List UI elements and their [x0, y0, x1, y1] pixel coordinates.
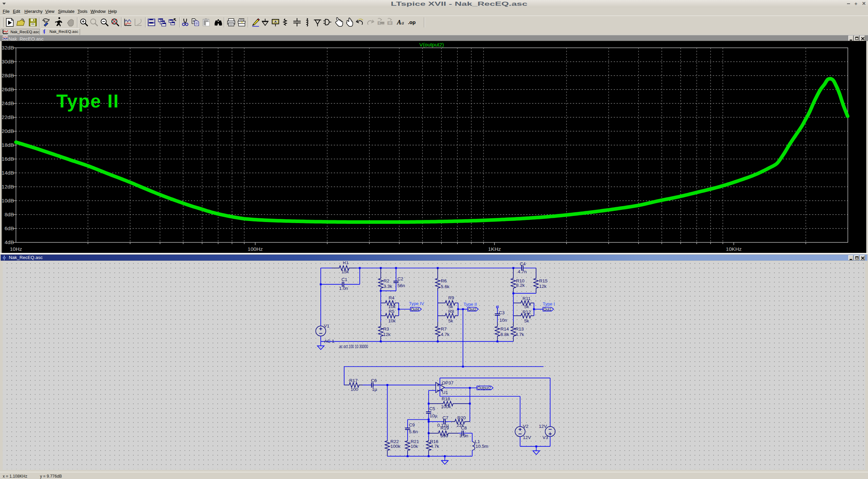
svg-text:C4: C4	[520, 261, 526, 266]
svg-text:R7: R7	[441, 326, 447, 332]
svg-text:4.7n: 4.7n	[518, 269, 527, 274]
svg-text:R2: R2	[383, 278, 389, 283]
svg-text:1µ: 1µ	[372, 387, 377, 392]
svg-text:R5: R5	[389, 309, 394, 314]
svg-text:C8: C8	[461, 425, 467, 431]
svg-text:Type IV: Type IV	[409, 301, 424, 306]
svg-text:26dB: 26dB	[2, 86, 14, 92]
svg-text:R19: R19	[440, 425, 449, 431]
svg-text:R6: R6	[441, 278, 447, 283]
svg-text:L1: L1	[475, 439, 480, 444]
svg-text:10dB: 10dB	[2, 198, 14, 203]
svg-text:R21: R21	[411, 439, 419, 444]
svg-text:.op: .op	[408, 19, 416, 25]
svg-text:12k: 12k	[539, 284, 547, 289]
svg-text:A: A	[274, 20, 276, 24]
svg-text:A: A	[397, 19, 401, 26]
svg-text:100: 100	[351, 387, 358, 392]
svg-text:4.7k: 4.7k	[441, 332, 450, 337]
svg-text:22dB: 22dB	[2, 114, 14, 120]
svg-text:10k: 10k	[411, 444, 418, 449]
svg-text:R16: R16	[430, 439, 438, 444]
svg-text:6dB: 6dB	[4, 225, 14, 231]
svg-text:10.5m: 10.5m	[475, 444, 488, 449]
svg-text:8dB: 8dB	[4, 212, 14, 217]
svg-text:R17: R17	[349, 378, 358, 383]
svg-text:R8: R8	[448, 309, 454, 314]
svg-text:R13: R13	[515, 326, 524, 332]
svg-text:R4: R4	[389, 295, 395, 300]
svg-text:E: E	[377, 21, 380, 26]
svg-text:100k: 100k	[441, 404, 451, 409]
svg-text:8.2k: 8.2k	[516, 283, 525, 288]
svg-text:30dB: 30dB	[2, 59, 14, 64]
svg-text:Type II: Type II	[463, 302, 477, 307]
svg-text:10n: 10n	[499, 318, 507, 323]
svg-text:R18: R18	[442, 396, 450, 401]
svg-text:10µ: 10µ	[430, 413, 437, 418]
svg-text:Out2: Out2	[468, 307, 476, 312]
svg-text:18dB: 18dB	[2, 142, 14, 148]
svg-text:20dB: 20dB	[2, 128, 14, 134]
svg-text:10KHz: 10KHz	[726, 246, 742, 252]
svg-text:R14: R14	[500, 326, 509, 332]
svg-text:15k: 15k	[341, 269, 349, 274]
svg-text:24dB: 24dB	[2, 100, 14, 106]
svg-text:10k: 10k	[388, 318, 396, 323]
svg-text:14dB: 14dB	[2, 170, 14, 176]
svg-text:C1: C1	[341, 277, 347, 282]
svg-text:Out1: Out1	[544, 307, 552, 312]
svg-text:4dB: 4dB	[4, 239, 14, 245]
svg-text:.ac oct 100 10 30000: .ac oct 100 10 30000	[338, 344, 368, 349]
svg-text:28dB: 28dB	[2, 73, 14, 78]
svg-text:C9: C9	[409, 422, 415, 427]
svg-text:1KHz: 1KHz	[488, 246, 501, 252]
svg-text:6.8k: 6.8k	[500, 332, 509, 337]
svg-text:V3: V3	[542, 435, 548, 440]
svg-text:E: E	[390, 21, 393, 26]
svg-text:10Hz: 10Hz	[10, 246, 22, 252]
svg-text:R1: R1	[343, 261, 349, 265]
svg-text:Output2: Output2	[477, 386, 491, 391]
svg-text:C5: C5	[429, 406, 435, 411]
svg-text:3.3k: 3.3k	[383, 284, 392, 289]
svg-text:100Hz: 100Hz	[248, 246, 263, 252]
svg-text:U1: U1	[442, 390, 448, 395]
svg-text:C2: C2	[397, 276, 403, 281]
svg-text:5k: 5k	[524, 304, 529, 309]
svg-text:12V: 12V	[523, 435, 531, 440]
svg-text:C3: C3	[499, 310, 505, 315]
svg-text:100k: 100k	[391, 444, 401, 449]
svg-text:1.0n: 1.0n	[339, 286, 348, 291]
svg-text:16dB: 16dB	[2, 156, 14, 162]
svg-text:12V: 12V	[539, 424, 547, 429]
svg-text:12dB: 12dB	[2, 184, 14, 189]
svg-text:AC 1: AC 1	[324, 339, 334, 344]
svg-text:5k: 5k	[448, 318, 453, 323]
svg-text:56n: 56n	[397, 283, 405, 288]
svg-text:12k: 12k	[383, 332, 391, 337]
svg-text:R12: R12	[522, 310, 531, 315]
svg-text:390: 390	[440, 433, 448, 438]
svg-text:4.7k: 4.7k	[515, 332, 524, 337]
svg-text:R22: R22	[391, 439, 399, 444]
svg-text:V1: V1	[324, 323, 330, 328]
svg-text:5k: 5k	[524, 318, 529, 323]
svg-text:5.6n: 5.6n	[409, 429, 418, 434]
svg-text:Out4: Out4	[411, 307, 419, 312]
svg-text:R11: R11	[522, 296, 531, 301]
svg-text:R15: R15	[539, 278, 548, 283]
svg-text:3.9n: 3.9n	[459, 433, 468, 438]
svg-text:4.7k: 4.7k	[430, 444, 439, 449]
svg-text:V2: V2	[523, 424, 529, 429]
svg-text:5.6k: 5.6k	[441, 284, 450, 289]
svg-text:C7: C7	[442, 415, 448, 420]
svg-text:V(output2): V(output2)	[419, 42, 444, 47]
svg-text:Type I: Type I	[543, 301, 555, 306]
svg-text:32dB: 32dB	[2, 45, 14, 51]
svg-text:R9: R9	[448, 295, 454, 300]
svg-text:Type II: Type II	[56, 91, 119, 112]
svg-text:R20: R20	[457, 415, 466, 420]
svg-text:C6: C6	[371, 378, 377, 383]
svg-text:a: a	[401, 20, 404, 25]
